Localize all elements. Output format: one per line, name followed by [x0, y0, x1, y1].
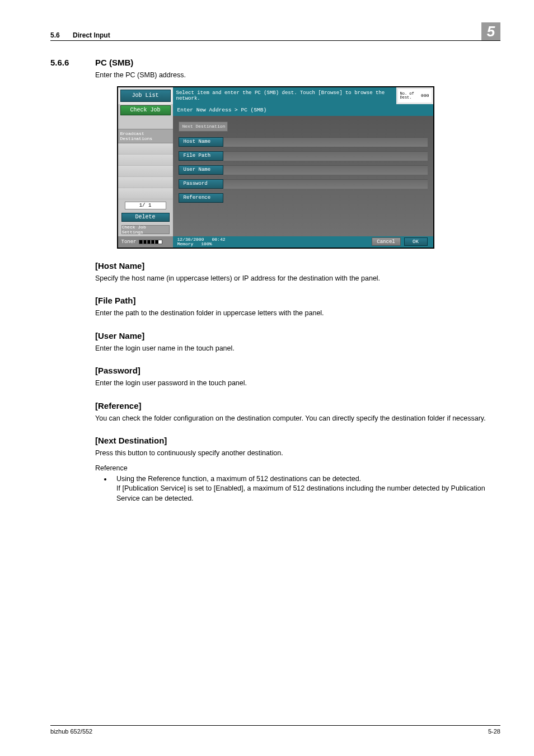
memory-label: Memory [177, 242, 194, 246]
memory-value: 100% [201, 242, 212, 246]
subhead-user-name: [User Name] [95, 331, 500, 340]
text-next-destination: Press this button to continuously specif… [95, 449, 500, 459]
main-area: Enter New Address > PC (SMB) Next Destin… [173, 104, 433, 236]
section-number: 5.6.6 [50, 58, 95, 67]
user-name-button[interactable]: User Name [179, 165, 223, 175]
host-name-value [223, 137, 428, 147]
datetime-memory: 12/30/2009 00:42 Memory 100% [173, 236, 372, 248]
text-file-path: Enter the path to the destination folder… [95, 309, 500, 319]
broadcast-destinations-label: Broadcast Destinations [118, 129, 173, 143]
toner-indicator: Toner [118, 236, 173, 248]
section-heading: 5.6.6 PC (SMB) [50, 58, 500, 67]
check-job-settings-button[interactable]: Check Job Settings [121, 225, 170, 234]
text-password: Enter the login user password in the tou… [95, 379, 500, 389]
footer-left: bizhub 652/552 [50, 728, 92, 735]
time-value: 00:42 [212, 237, 226, 242]
page-header: 5.6 Direct Input 5 [50, 22, 500, 41]
toner-label: Toner [121, 239, 137, 245]
text-user-name: Enter the login user name in the touch p… [95, 344, 500, 354]
touch-panel-screenshot: Job List Select item and enter the PC (S… [50, 86, 500, 249]
reference-bullets: Using the Reference function, a maximum … [112, 474, 500, 504]
dest-counter: No. of Dest. 000 [398, 89, 432, 102]
file-path-button[interactable]: File Path [179, 151, 223, 161]
user-name-value [223, 165, 428, 175]
dest-counter-label: No. of Dest. [400, 92, 421, 100]
toner-bar-icon [139, 240, 162, 244]
list-item: Using the Reference function, a maximum … [112, 474, 500, 504]
password-button[interactable]: Password [179, 179, 223, 189]
delete-button[interactable]: Delete [121, 213, 170, 222]
section-title: PC (SMB) [95, 58, 133, 67]
next-destination-button[interactable]: Next Destination [179, 122, 228, 132]
page-footer: bizhub 652/552 5-28 [50, 725, 500, 735]
instruction-message: Select item and enter the PC (SMB) dest.… [173, 87, 396, 104]
text-reference: You can check the folder configuration o… [95, 414, 500, 424]
list-item [118, 143, 173, 155]
subhead-password: [Password] [95, 366, 500, 375]
header-left: 5.6 Direct Input [50, 31, 110, 39]
bullet-line-1: Using the Reference function, a maximum … [116, 475, 361, 483]
section-intro: Enter the PC (SMB) address. [95, 71, 500, 81]
list-item [118, 155, 173, 166]
text-host-name: Specify the host name (in uppercase lett… [95, 274, 500, 284]
breadcrumb: Enter New Address > PC (SMB) [173, 104, 433, 116]
list-item [118, 177, 173, 188]
subhead-host-name: [Host Name] [95, 261, 500, 270]
reference-button[interactable]: Reference [179, 193, 223, 203]
sidebar: Check Job Broadcast Destinations 1/ 1 De… [118, 104, 173, 236]
ok-button[interactable]: OK [404, 237, 428, 246]
subhead-next-destination: [Next Destination] [95, 436, 500, 445]
dest-counter-value: 000 [421, 93, 429, 98]
subhead-file-path: [File Path] [95, 296, 500, 305]
pager: 1/ 1 [125, 202, 166, 209]
chapter-badge: 5 [481, 22, 500, 40]
list-item [118, 166, 173, 177]
header-section-num: 5.6 [50, 31, 60, 39]
host-name-button[interactable]: Host Name [179, 137, 223, 147]
job-list-button[interactable]: Job List [120, 90, 171, 102]
check-job-button[interactable]: Check Job [120, 105, 171, 115]
cancel-button[interactable]: Cancel [372, 237, 401, 246]
footer-right: 5-28 [488, 728, 500, 735]
password-value [223, 179, 428, 189]
bullet-line-2: If [Publication Service] is set to [Enab… [116, 484, 485, 502]
list-item [118, 188, 173, 199]
file-path-value [223, 151, 428, 161]
reference-label: Reference [95, 464, 500, 472]
header-section-title: Direct Input [73, 31, 110, 39]
subhead-reference: [Reference] [95, 401, 500, 410]
